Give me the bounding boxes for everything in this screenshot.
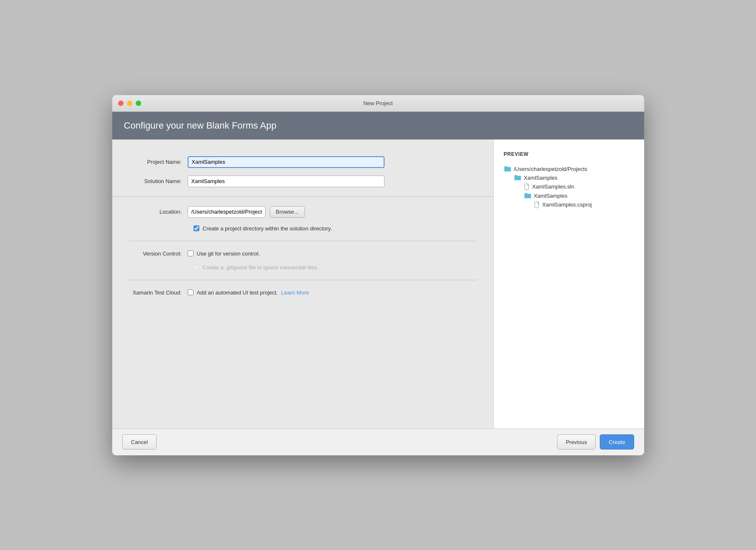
test-cloud-group: Xamarin Test Cloud: Add an automated UI … (129, 289, 477, 296)
title-bar: New Project (112, 95, 644, 112)
file-icon (534, 201, 540, 208)
create-dir-label: Create a project directory within the so… (203, 225, 332, 232)
project-name-group: Project Name: (129, 156, 477, 168)
divider-1 (112, 196, 493, 197)
location-input[interactable] (188, 206, 266, 218)
footer-left: Cancel (122, 434, 157, 449)
learn-more-link[interactable]: Learn More (281, 289, 309, 296)
project-name-label: Project Name: (129, 159, 188, 165)
create-gitignore-checkbox[interactable] (194, 264, 199, 270)
version-control-section: Version Control: Use git for version con… (112, 250, 493, 271)
gitignore-checkbox-row: Create a .gitignore file to ignore iness… (129, 264, 477, 271)
use-git-label: Use git for version control. (197, 250, 260, 257)
solution-name-label: Solution Name: (129, 178, 188, 184)
previous-button[interactable]: Previous (557, 434, 596, 449)
folder-icon (514, 175, 521, 181)
file-icon (524, 183, 530, 190)
version-control-group: Version Control: Use git for version con… (129, 250, 477, 257)
location-group: Location: Browse... (129, 206, 477, 218)
test-cloud-section: Xamarin Test Cloud: Add an automated UI … (112, 289, 493, 296)
tree-label-sln: XamlSamples.sln (532, 183, 574, 190)
solution-name-input[interactable] (188, 176, 384, 187)
location-section: Location: Browse... Create a project dir… (112, 206, 493, 232)
create-dir-checkbox[interactable] (194, 225, 199, 231)
test-cloud-label: Xamarin Test Cloud: (129, 289, 188, 296)
browse-button[interactable]: Browse... (270, 206, 305, 218)
create-button[interactable]: Create (600, 434, 634, 449)
folder-icon (504, 166, 511, 172)
folder-icon (524, 193, 532, 199)
close-button[interactable] (118, 101, 124, 106)
page-title: Configure your new Blank Forms App (124, 120, 276, 131)
cancel-button[interactable]: Cancel (122, 434, 157, 449)
tree-label-xamlsamples-folder: XamlSamples (524, 175, 557, 181)
project-name-input[interactable] (188, 156, 384, 168)
tree-label-csproj: XamlSamples.csproj (542, 201, 592, 208)
window-controls (118, 101, 141, 106)
preview-title: PREVIEW (504, 151, 634, 157)
create-dir-checkbox-row: Create a project directory within the so… (129, 225, 477, 232)
name-section: Project Name: Solution Name: (112, 156, 493, 187)
tree-item-csproj: XamlSamples.csproj (504, 200, 634, 209)
header: Configure your new Blank Forms App (112, 112, 644, 139)
divider-2 (129, 241, 477, 241)
add-ui-test-label: Add an automated UI test project. (197, 289, 278, 296)
window-title: New Project (363, 100, 392, 106)
solution-name-group: Solution Name: (129, 176, 477, 187)
location-row: Browse... (188, 206, 305, 218)
create-gitignore-label: Create a .gitignore file to ignore iness… (203, 264, 319, 271)
main-window: New Project Configure your new Blank For… (112, 95, 644, 455)
form-area: Project Name: Solution Name: Location: B… (112, 139, 493, 429)
footer-right: Previous Create (557, 434, 634, 449)
main-content: Project Name: Solution Name: Location: B… (112, 139, 644, 429)
tree-item-xamlsamples-folder: XamlSamples (504, 173, 634, 182)
tree-item-root: /Users/charlespetzold/Projects (504, 165, 634, 173)
maximize-button[interactable] (136, 101, 141, 106)
version-control-label: Version Control: (129, 250, 188, 257)
tree-label-root: /Users/charlespetzold/Projects (514, 166, 588, 172)
preview-panel: PREVIEW /Users/charlespetzold/Projects X… (493, 139, 644, 429)
tree-item-sln: XamlSamples.sln (504, 182, 634, 191)
divider-3 (129, 280, 477, 280)
location-label: Location: (129, 209, 188, 215)
footer: Cancel Previous Create (112, 429, 644, 455)
tree-item-xamlsamples-subfolder: XamlSamples (504, 191, 634, 200)
tree-label-xamlsamples-subfolder: XamlSamples (534, 193, 568, 199)
use-git-checkbox[interactable] (188, 250, 194, 256)
add-ui-test-checkbox[interactable] (188, 289, 194, 295)
minimize-button[interactable] (127, 101, 132, 106)
